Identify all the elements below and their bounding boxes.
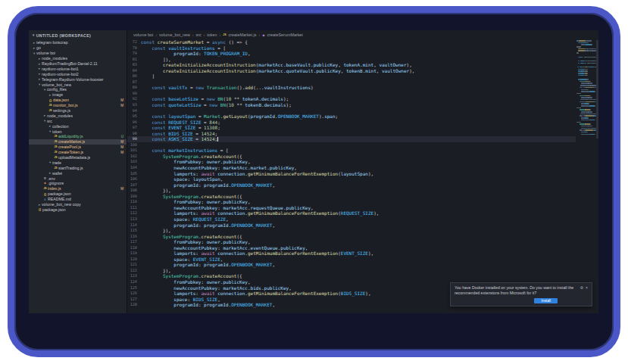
minimap-line	[576, 75, 596, 76]
tree-item[interactable]: JSuploadMetadata.js	[29, 155, 127, 160]
code-line[interactable]: 81 ]),	[127, 57, 576, 63]
tree-item[interactable]: {}package.json	[29, 191, 127, 197]
code-line[interactable]: 118 newAccountPubkey: marketAcc.eventQue…	[127, 245, 576, 251]
tree-item[interactable]: {}data.jsonM	[29, 98, 127, 103]
code-line[interactable]: 106 space: layoutSpan,	[127, 176, 576, 182]
tree-item[interactable]: ▾token	[29, 129, 127, 134]
tree-item[interactable]: ▸raydium-volume-bot2	[29, 71, 127, 76]
tree-item[interactable]: ▸node_modules	[29, 113, 127, 118]
line-number: 86	[127, 73, 141, 79]
code-line[interactable]: 94	[127, 108, 576, 114]
tree-item-label: addLiquidity.js	[58, 134, 83, 138]
code-line[interactable]: 78 const vaultInstructions = [	[127, 45, 576, 51]
tree-item[interactable]: JSaddLiquidity.jsU	[29, 134, 127, 139]
minimap-line	[576, 95, 596, 97]
breadcrumb-item[interactable]: volume bot	[133, 33, 153, 37]
code-line[interactable]: 116 SystemProgram.createAccount({	[127, 234, 576, 240]
tree-item[interactable]: ▾volume_bot_new	[29, 82, 127, 87]
code-line[interactable]: 95 const layoutSpan = Market.getLayout(p…	[127, 114, 576, 120]
tree-item[interactable]: ℹREADME.md	[29, 197, 127, 202]
tree-item[interactable]: ▾trade	[29, 160, 127, 165]
git-status-badge: M	[120, 140, 127, 144]
code-line[interactable]: 92 const baseLotSize = new BN(10 ** toke…	[127, 96, 576, 102]
code-line[interactable]: 104 newAccountPubkey: marketAcc.market.p…	[127, 165, 576, 171]
tree-item[interactable]: ▸Telegram-Raydium-Volume-booster	[29, 76, 127, 82]
code-line[interactable]: 101 const marketInstructions = [	[127, 148, 576, 154]
tree-item[interactable]: ▸go	[29, 45, 127, 51]
code-line[interactable]: 102 SystemProgram.createAccount({	[127, 154, 576, 160]
tree-item[interactable]: ▾volume bot	[29, 51, 127, 56]
tree-item[interactable]: JSmonitor_bot.jsM	[29, 103, 127, 108]
code-line[interactable]: 87	[127, 79, 576, 86]
tree-item[interactable]: ◆.gitignore	[29, 181, 127, 186]
tree-item[interactable]: ▸node_modules	[29, 56, 127, 61]
tree-item[interactable]: {}package.json	[29, 207, 127, 213]
code-line[interactable]: 97 const EVENT_SIZE = 11308;	[127, 125, 576, 131]
scrollbar[interactable]	[596, 40, 598, 138]
tree-item-label: .env	[48, 176, 55, 181]
code-line[interactable]: 107 programId: programId.OPENBOOK_MARKET…	[127, 182, 576, 188]
tree-item[interactable]: ⚙.env	[29, 176, 127, 181]
tree-item[interactable]: ▸RaydiumTradingBot-Danial-2.11	[29, 61, 127, 67]
code-line[interactable]: 109 SystemProgram.createAccount({	[127, 194, 576, 200]
code-line[interactable]: 84 createInitializeAccountInstruction(ma…	[127, 68, 576, 74]
code-line[interactable]: 93 const quoteLotSize = new BN(10 ** tok…	[127, 102, 576, 108]
tree-item[interactable]: ▸telegram botscrap	[29, 40, 127, 45]
tree-item[interactable]: JSstartTrading.js	[29, 165, 127, 170]
info-file-icon: ℹ	[42, 198, 48, 201]
code-line[interactable]: 79 programId: TOKEN_PROGRAM_ID,	[127, 51, 576, 57]
code-line[interactable]: 103 fromPubkey: owner.publicKey,	[127, 159, 576, 165]
code-line[interactable]: 122 }),	[127, 268, 576, 274]
code-line[interactable]: 98 const BIDS_SIZE = 14524;	[127, 131, 576, 137]
tree-item[interactable]: ▸image	[29, 92, 127, 98]
code-line[interactable]: 119 lamports: await connection.getMinimu…	[127, 250, 576, 257]
minimap[interactable]	[576, 40, 596, 313]
breadcrumb-item[interactable]: src	[195, 33, 201, 37]
code-line[interactable]: 83 createInitializeAccountInstruction(ma…	[127, 62, 576, 68]
tree-item[interactable]: ▸volume_bot_new copy	[29, 202, 127, 207]
code-line[interactable]: 111 newAccountPubkey: marketAcc.requestQ…	[127, 205, 576, 211]
close-icon[interactable]: ×	[586, 285, 588, 290]
tree-item[interactable]: ▾src	[29, 118, 127, 123]
breadcrumb-item[interactable]: token	[207, 33, 217, 37]
tree-item[interactable]: JSsettings.js	[29, 108, 127, 114]
gear-icon[interactable]: ⚙	[580, 285, 583, 290]
tree-item[interactable]: JSindex.jsM	[29, 186, 127, 191]
code-line[interactable]: 90	[127, 91, 576, 97]
code-line[interactable]: 100	[127, 142, 576, 148]
tree-item[interactable]: ▸raydium-volume-bot1	[29, 66, 127, 71]
breadcrumb-item[interactable]: volume_bot_new	[159, 33, 190, 37]
workspace-header[interactable]: ▾ UNTITLED (WORKSPACE)	[29, 30, 127, 40]
line-number: 107	[127, 182, 141, 188]
tree-item[interactable]: JScreateToken.jsM	[29, 150, 127, 155]
code-text: const ASKS_SIZE = 14524;	[141, 136, 218, 142]
code-line[interactable]: 112 lamports: await connection.getMinimu…	[127, 210, 576, 216]
code-line[interactable]: 120 space: EVENT_SIZE,	[127, 257, 576, 263]
code-line[interactable]: 96 const REQUEST_SIZE = 844;	[127, 120, 576, 126]
install-button[interactable]: Install	[534, 298, 558, 303]
line-number: 94	[127, 108, 141, 114]
tree-item[interactable]: JScreatePool.jsM	[29, 145, 127, 150]
code-line[interactable]: 115 }),	[127, 228, 576, 234]
tree-item[interactable]: ▸collection	[29, 123, 127, 129]
vscode-window: ▾ UNTITLED (WORKSPACE) ▸telegram botscra…	[29, 30, 598, 313]
code-line[interactable]: 114 programId: programId.OPENBOOK_MARKET…	[127, 222, 576, 229]
code-line[interactable]: 117 fromPubkey: owner.publicKey,	[127, 239, 576, 245]
code-line[interactable]: 86 ]	[127, 73, 576, 79]
code-line[interactable]: 108 }),	[127, 188, 576, 194]
breadcrumb-item[interactable]: createMarket.js	[229, 33, 257, 37]
tree-item[interactable]: ▾config_files	[29, 87, 127, 92]
code-line[interactable]: 99 const ASKS_SIZE = 14524;	[127, 136, 576, 142]
tree-item[interactable]: JScreateMarket.jsM	[29, 139, 127, 145]
code-editor[interactable]: 72const createSerumMarket = async () => …	[127, 39, 576, 313]
minimap-line	[576, 128, 596, 129]
code-line[interactable]: 89 const vaultTx = new Transaction().add…	[127, 85, 576, 91]
code-line[interactable]: 121 programId: programId.OPENBOOK_MARKET…	[127, 262, 576, 268]
code-line[interactable]: 123 SystemProgram.createAccount({	[127, 273, 576, 279]
code-line[interactable]: 105 lamports: await connection.getMinimu…	[127, 171, 576, 177]
breadcrumb-item[interactable]: createSerumMarket	[267, 33, 303, 37]
code-line[interactable]: 113 space: REQUEST_SIZE,	[127, 216, 576, 222]
tree-item[interactable]: ▸wallet	[29, 170, 127, 176]
code-line[interactable]: 110 fromPubkey: owner.publicKey,	[127, 199, 576, 205]
code-line[interactable]: 72const createSerumMarket = async () => …	[127, 39, 576, 45]
